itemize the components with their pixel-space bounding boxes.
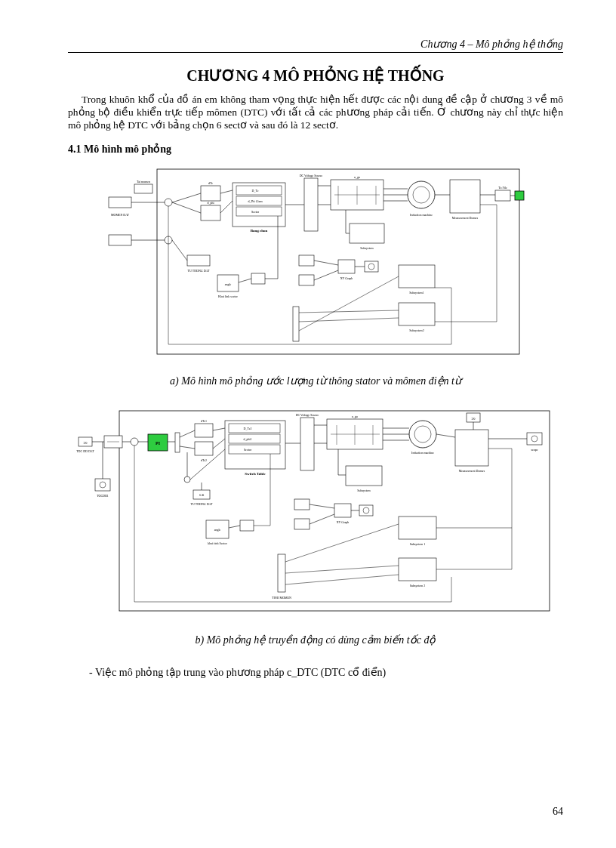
svg-rect-4	[134, 184, 152, 193]
svg-rect-1	[109, 197, 131, 208]
svg-rect-65	[338, 260, 355, 273]
svg-text:Measurement Demux: Measurement Demux	[459, 469, 485, 473]
svg-rect-61	[350, 224, 384, 243]
svg-text:u_ga: u_ga	[352, 415, 358, 418]
svg-line-14	[172, 193, 201, 202]
figure-b-caption: b) Mô phỏng hệ truyền động có dùng cảm b…	[68, 634, 563, 646]
svg-rect-59	[515, 191, 524, 200]
svg-point-125	[184, 476, 190, 483]
svg-text:Bang chon: Bang chon	[251, 229, 268, 233]
svg-rect-36	[304, 178, 318, 231]
svg-text:d_phi: d_phi	[207, 201, 214, 205]
svg-rect-178	[399, 558, 436, 581]
bullet-1: - Việc mô phỏng tập trung vào phương phá…	[89, 666, 563, 679]
svg-line-173	[310, 504, 334, 508]
svg-line-111	[180, 446, 195, 449]
svg-text:Sector: Sector	[244, 448, 252, 452]
figure-a: MOMEN DAT Tai momen dTe d_phi D_Te d_	[68, 163, 563, 359]
svg-text:20: 20	[84, 441, 88, 445]
svg-text:Sector: Sector	[251, 210, 260, 214]
svg-rect-106	[195, 424, 213, 437]
svg-text:PI: PI	[156, 441, 161, 446]
svg-line-121	[213, 439, 225, 449]
svg-rect-172	[294, 519, 310, 529]
svg-rect-10	[201, 186, 220, 201]
svg-text:Induction machine: Induction machine	[410, 213, 433, 217]
svg-rect-26	[187, 255, 210, 266]
svg-text:u_ga: u_ga	[354, 175, 360, 179]
svg-text:0.6: 0.6	[199, 493, 205, 497]
svg-text:XY Graph: XY Graph	[340, 276, 353, 280]
svg-point-160	[531, 436, 537, 442]
svg-rect-68	[299, 275, 314, 285]
svg-line-189	[285, 575, 399, 584]
svg-text:Measurement Demux: Measurement Demux	[452, 216, 479, 220]
svg-text:dTe1: dTe1	[201, 419, 207, 423]
svg-rect-113	[229, 424, 280, 433]
svg-rect-32	[251, 273, 265, 284]
svg-line-187	[285, 524, 399, 562]
svg-text:Subsystem1: Subsystem1	[409, 291, 424, 294]
svg-text:Subsystem2: Subsystem2	[409, 328, 424, 332]
svg-text:TOCDO1: TOCDO1	[97, 494, 109, 498]
svg-text:TOC DO DAT: TOC DO DAT	[76, 449, 94, 453]
svg-line-69	[314, 261, 338, 265]
svg-text:20: 20	[472, 417, 476, 421]
section-title: 4.1 Mô hình mô phỏng	[68, 143, 563, 156]
svg-text:Subsystem: Subsystem	[357, 489, 371, 492]
svg-rect-132	[240, 520, 254, 531]
svg-text:angle: angle	[225, 282, 232, 286]
svg-text:Subsystem 1: Subsystem 1	[410, 542, 425, 546]
svg-text:D_Te2: D_Te2	[244, 427, 252, 430]
svg-rect-163	[346, 466, 382, 486]
svg-text:khoi tinh Sector: khoi tinh Sector	[208, 541, 227, 545]
svg-text:Subsystem 2: Subsystem 2	[410, 584, 425, 587]
figure-b: 20 TOC DO DAT TOCDO1 PI dTe1 dTe2	[68, 407, 563, 618]
svg-text:XY Graph: XY Graph	[337, 520, 350, 524]
svg-point-94	[100, 482, 106, 488]
svg-text:D_Te: D_Te	[252, 189, 259, 193]
svg-line-158	[436, 434, 455, 437]
page-number: 64	[553, 806, 563, 818]
svg-text:TINH MOMEN: TINH MOMEN	[272, 596, 291, 600]
svg-rect-134	[278, 554, 285, 592]
svg-text:angle: angle	[214, 528, 221, 532]
svg-text:dTe2: dTe2	[201, 458, 207, 462]
svg-point-72	[368, 264, 374, 270]
svg-line-174	[310, 514, 334, 524]
svg-line-110	[180, 430, 195, 437]
svg-text:Switch Table: Switch Table	[245, 472, 266, 476]
svg-text:To File: To File	[498, 186, 507, 190]
svg-rect-56	[495, 190, 510, 201]
intro-paragraph: Trong khuôn khổ của đồ án em không tham …	[68, 94, 563, 132]
svg-rect-74	[399, 265, 435, 288]
svg-rect-136	[300, 418, 314, 470]
svg-line-28	[172, 240, 187, 261]
svg-rect-53	[450, 180, 480, 213]
svg-text:TU THONG DAT: TU THONG DAT	[190, 502, 213, 506]
svg-rect-108	[195, 442, 213, 455]
svg-point-8	[165, 199, 172, 206]
figure-a-caption: a) Mô hình mô phỏng ước lượng từ thông s…	[68, 375, 563, 387]
svg-line-70	[314, 270, 338, 280]
svg-rect-67	[299, 255, 314, 266]
svg-text:TU THONG DAT: TU THONG DAT	[187, 269, 210, 273]
svg-rect-176	[399, 517, 436, 539]
svg-text:dTe: dTe	[208, 181, 213, 185]
svg-line-25	[220, 201, 233, 213]
svg-point-170	[363, 507, 369, 513]
svg-rect-78	[293, 307, 299, 341]
svg-rect-115	[229, 445, 280, 454]
svg-point-148	[414, 426, 431, 443]
chapter-title: CHƯƠNG 4 MÔ PHỎNG HỆ THỐNG	[68, 66, 563, 85]
svg-line-24	[220, 190, 233, 193]
svg-text:Induction machine: Induction machine	[411, 451, 434, 455]
running-header: Chương 4 – Mô phỏng hệ thống	[68, 38, 563, 53]
svg-rect-12	[201, 205, 220, 220]
svg-rect-104	[175, 433, 180, 452]
svg-line-79	[299, 310, 399, 313]
svg-text:DC Voltage Source: DC Voltage Source	[300, 174, 323, 177]
svg-text:scope: scope	[531, 448, 537, 452]
svg-rect-167	[334, 504, 351, 517]
svg-text:Khoi link sector: Khoi link sector	[218, 294, 238, 298]
